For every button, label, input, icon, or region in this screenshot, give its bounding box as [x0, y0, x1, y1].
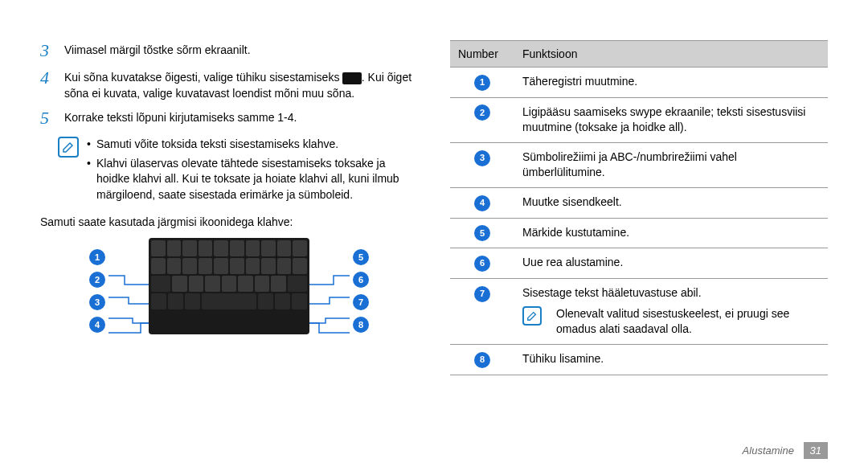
step-text: Korrake teksti lõpuni kirjutamiseks samm… [64, 108, 418, 126]
table-cell-function: Uue rea alustamine. [514, 248, 828, 279]
table-cell-function: Märkide kustutamine. [514, 218, 828, 248]
number-badge: 8 [474, 352, 490, 368]
callout-badge-5: 5 [353, 249, 369, 265]
note-icon [522, 306, 542, 326]
table-row: 1Täheregistri muutmine. [450, 68, 828, 98]
spacebar-icon [342, 72, 362, 84]
table-cell-function: Täheregistri muutmine. [514, 68, 828, 98]
number-badge: 7 [474, 286, 490, 302]
pencil-icon [62, 141, 75, 154]
callouts-right: 5 6 7 8 [350, 238, 372, 334]
table-cell-number: 7 [450, 279, 514, 345]
table-cell-number: 4 [450, 188, 514, 219]
table-row: 6Uue rea alustamine. [450, 248, 828, 279]
keyboard-image [149, 238, 309, 334]
footer-section: Alustamine [743, 444, 794, 457]
table-cell-function: Ligipääsu saamiseks swype ekraanile; tek… [514, 97, 828, 142]
table-cell-function: Muutke sisendkeelt. [514, 188, 828, 219]
number-badge: 2 [474, 104, 490, 121]
table-cell-number: 6 [450, 248, 514, 279]
step-5: 5 Korrake teksti lõpuni kirjutamiseks sa… [40, 108, 418, 129]
page-footer: Alustamine 31 [743, 444, 828, 457]
keyboard-diagram: 1 2 3 4 [84, 238, 374, 334]
note-icon [58, 137, 79, 158]
table-head-function: Funktsioon [514, 41, 828, 68]
footer-page-number: 31 [804, 442, 828, 459]
table-cell-number: 3 [450, 142, 514, 187]
step-number: 3 [40, 40, 64, 61]
callouts-left: 1 2 3 4 [86, 238, 108, 334]
step-4: 4 Kui sõna kuvatakse õigesti, valige tüh… [40, 68, 418, 101]
callout-lines-left [108, 238, 149, 334]
callout-badge-8: 8 [353, 317, 369, 333]
table-row: 7Sisestage tekst hääletuvastuse abil.Ole… [450, 279, 828, 345]
number-badge: 3 [474, 150, 490, 166]
note-item: Samuti võite toksida teksti sisestamisek… [87, 137, 418, 153]
table-cell-function: Sümbolirežiimi ja ABC-/numbrirežiimi vah… [514, 142, 828, 187]
number-badge: 5 [474, 225, 490, 241]
note-list: Samuti võite toksida teksti sisestamisek… [87, 137, 418, 206]
step-number: 5 [40, 108, 64, 129]
table-row: 2Ligipääsu saamiseks swype ekraanile; te… [450, 97, 828, 142]
callout-badge-7: 7 [353, 294, 369, 310]
paragraph: Samuti saate kasutada järgmisi ikoonideg… [40, 215, 418, 231]
number-badge: 1 [474, 75, 490, 91]
table-cell-function: Tühiku lisamine. [514, 344, 828, 375]
table-cell-number: 1 [450, 68, 514, 98]
table-cell-function: Sisestage tekst hääletuvastuse abil.Olen… [514, 279, 828, 345]
note-item: Klahvi ülaservas olevate tähtede sisesta… [87, 156, 418, 203]
inline-note-text: Olenevalt valitud sisestuskeelest, ei pr… [556, 306, 820, 338]
callout-badge-4: 4 [89, 317, 105, 333]
table-row: 5Märkide kustutamine. [450, 218, 828, 248]
table-cell-number: 2 [450, 97, 514, 142]
step-3: 3 Viimasel märgil tõstke sõrm ekraanilt. [40, 40, 418, 61]
function-table: Number Funktsioon 1Täheregistri muutmine… [450, 40, 828, 375]
callout-badge-2: 2 [89, 272, 105, 288]
step-number: 4 [40, 68, 64, 88]
table-row: 3Sümbolirežiimi ja ABC-/numbrirežiimi va… [450, 142, 828, 187]
number-badge: 6 [474, 256, 490, 272]
table-cell-number: 5 [450, 218, 514, 248]
inline-note: Olenevalt valitud sisestuskeelest, ei pr… [522, 306, 820, 338]
number-badge: 4 [474, 195, 490, 211]
table-head-number: Number [450, 41, 514, 68]
table-cell-number: 8 [450, 344, 514, 375]
callout-badge-6: 6 [353, 272, 369, 288]
table-row: 4Muutke sisendkeelt. [450, 188, 828, 219]
callout-badge-1: 1 [89, 249, 105, 265]
callout-lines-right [309, 238, 350, 334]
table-row: 8Tühiku lisamine. [450, 344, 828, 375]
callout-badge-3: 3 [89, 294, 105, 310]
step-text: Viimasel märgil tõstke sõrm ekraanilt. [64, 40, 418, 59]
note-box: Samuti võite toksida teksti sisestamisek… [58, 137, 418, 206]
step-text-pre: Kui sõna kuvatakse õigesti, valige tühik… [64, 71, 342, 84]
step-text: Kui sõna kuvatakse õigesti, valige tühik… [64, 68, 418, 101]
